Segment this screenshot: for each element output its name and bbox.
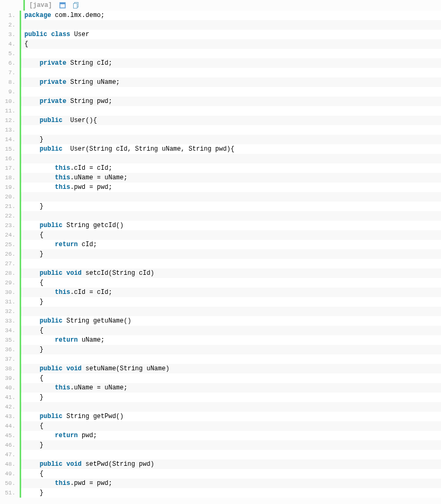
code-content: public void setuName(String uName) [21, 364, 441, 373]
line-number: 2. [0, 20, 21, 30]
line-number: 20. [0, 192, 21, 202]
code-content [21, 259, 441, 268]
code-content [21, 211, 441, 221]
line-number: 18. [0, 173, 21, 183]
code-content: } [21, 202, 441, 211]
code-line: 12. public User(){ [0, 116, 441, 125]
code-content [21, 402, 441, 412]
line-number: 19. [0, 183, 21, 192]
code-line: 14. } [0, 135, 441, 144]
code-content: public String getuName() [21, 316, 441, 326]
code-line: 30. this.cId = cId; [0, 288, 441, 297]
code-line: 23. public String getcId() [0, 221, 441, 230]
copy-icon[interactable] [73, 2, 80, 8]
line-number: 3. [0, 30, 21, 39]
line-number: 11. [0, 106, 21, 116]
code-line: 20. [0, 192, 441, 202]
code-content: this.pwd = pwd; [21, 183, 441, 192]
code-content: { [21, 278, 441, 288]
line-number: 13. [0, 125, 21, 135]
code-line: 19. this.pwd = pwd; [0, 183, 441, 192]
code-line: 13. [0, 125, 441, 135]
code-line: 28. public void setcId(String cId) [0, 268, 441, 278]
code-content: { [21, 421, 441, 431]
code-content: { [21, 373, 441, 383]
svg-rect-1 [60, 3, 65, 4]
code-line: 18. this.uName = uName; [0, 173, 441, 183]
code-content: package com.lmx.demo; [21, 11, 441, 20]
line-number: 22. [0, 211, 21, 221]
line-number: 41. [0, 393, 21, 402]
line-number: 28. [0, 268, 21, 278]
code-line: 4.{ [0, 39, 441, 49]
line-number: 14. [0, 135, 21, 144]
code-content [21, 68, 441, 77]
code-line: 29. { [0, 278, 441, 288]
language-label: [java] [29, 2, 52, 9]
line-number: 24. [0, 230, 21, 240]
line-number: 44. [0, 421, 21, 431]
code-content: } [21, 488, 441, 498]
code-line: 31. } [0, 297, 441, 307]
code-line: 3.public class User [0, 30, 441, 39]
line-number: 50. [0, 479, 21, 488]
svg-rect-3 [74, 4, 77, 8]
code-line: 7. [0, 68, 441, 77]
code-line: 42. [0, 402, 441, 412]
code-content: } [21, 440, 441, 450]
code-line: 21. } [0, 202, 441, 211]
line-number: 1. [0, 11, 21, 20]
code-content [21, 192, 441, 202]
code-content: this.pwd = pwd; [21, 479, 441, 488]
code-line: 40. this.uName = uName; [0, 383, 441, 393]
code-line: 43. public String getPwd() [0, 412, 441, 421]
code-content: private String uName; [21, 77, 441, 87]
code-content: { [21, 469, 441, 479]
code-content: } [21, 345, 441, 354]
line-number: 15. [0, 144, 21, 154]
code-line: 32. [0, 307, 441, 316]
line-number: 43. [0, 412, 21, 421]
code-line: 11. [0, 106, 441, 116]
line-number: 26. [0, 249, 21, 259]
view-source-icon[interactable] [59, 2, 66, 8]
code-line: 9. [0, 87, 441, 97]
line-number: 42. [0, 402, 21, 412]
code-content [21, 450, 441, 459]
code-content: } [21, 297, 441, 307]
code-content: public void setcId(String cId) [21, 268, 441, 278]
code-content: public void setPwd(String pwd) [21, 459, 441, 469]
line-number: 16. [0, 154, 21, 163]
code-content: return pwd; [21, 431, 441, 440]
line-number: 32. [0, 307, 21, 316]
line-number: 38. [0, 364, 21, 373]
code-content: this.cId = cId; [21, 163, 441, 173]
code-content [21, 106, 441, 116]
code-line: 5. [0, 49, 441, 58]
code-toolbar: [java] [23, 0, 441, 11]
line-number: 17. [0, 163, 21, 173]
code-content [21, 154, 441, 163]
line-number: 36. [0, 345, 21, 354]
code-content [21, 307, 441, 316]
code-line: 26. } [0, 249, 441, 259]
code-line: 15. public User(String cId, String uName… [0, 144, 441, 154]
line-number: 33. [0, 316, 21, 326]
line-number: 7. [0, 68, 21, 77]
code-content [21, 20, 441, 30]
line-number: 48. [0, 459, 21, 469]
code-content: } [21, 135, 441, 144]
code-content: this.cId = cId; [21, 288, 441, 297]
line-number: 9. [0, 87, 21, 97]
code-content [21, 49, 441, 58]
line-number: 34. [0, 326, 21, 335]
code-line: 2. [0, 20, 441, 30]
code-line: 1.package com.lmx.demo; [0, 11, 441, 20]
code-content [21, 87, 441, 97]
code-line: 45. return pwd; [0, 431, 441, 440]
code-line: 44. { [0, 421, 441, 431]
line-number: 25. [0, 240, 21, 249]
line-number: 35. [0, 335, 21, 345]
code-line: 8. private String uName; [0, 77, 441, 87]
code-content: public class User [21, 30, 441, 39]
